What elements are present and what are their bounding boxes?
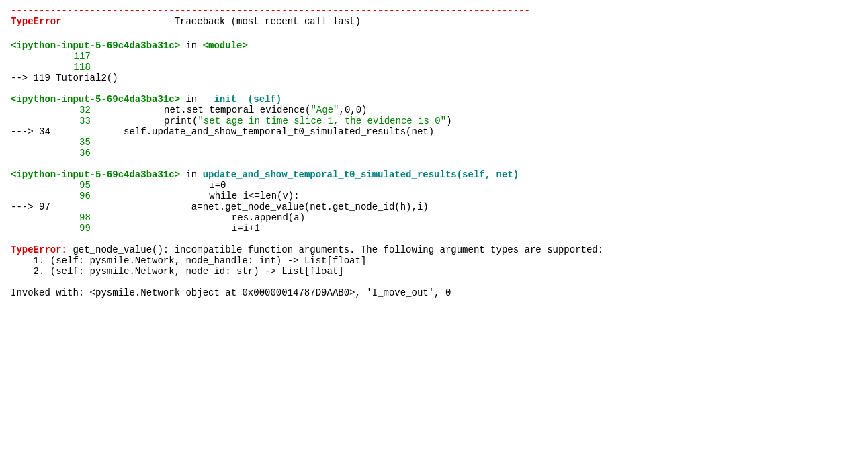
frame3-line99: 99 [11,223,91,234]
frame3-line98: 98 [11,212,91,223]
frame1-in: in [180,40,203,51]
frame3-in: in [180,169,203,180]
error-message-label: TypeError: [11,244,67,255]
frame2-line33: 33 [11,116,91,126]
frame3-line96: 96 [11,191,91,201]
frame1-location: <module> [203,40,248,51]
frame3-arrow97: ---> [11,201,39,212]
frame2-line35: 35 [11,137,91,148]
header-line: TypeError Traceback (most recent call la… [11,16,857,27]
frame2-file: <ipython-input-5-69c4da3ba31c> [11,94,180,105]
traceback-container: ----------------------------------------… [11,5,857,309]
frame2-line32: 32 [11,105,91,116]
frame2-arrow34: ---> [11,126,39,137]
frame2-in: in [180,94,203,105]
traceback-header-text: Traceback (most recent call last) [175,16,361,27]
error-type-label: TypeError [11,16,62,27]
frame1-arrow119: --> [11,73,34,83]
frame2-line36: 36 [11,148,91,158]
frame3-file: <ipython-input-5-69c4da3ba31c> [11,169,180,180]
frame3-line95: 95 [11,180,91,191]
error-list-item-2: 2. (self: pysmile.Network, node_id: str)… [34,266,344,277]
error-list-item-1: 1. (self: pysmile.Network, node_handle: … [34,255,367,266]
frame3-line97: 97 [39,201,50,212]
frame1-line118: 118 [11,62,91,73]
invoked-line: Invoked with: <pysmile.Network object at… [11,287,451,298]
frame2-line34: 34 [39,126,50,137]
frame2-location: __init__(self) [203,94,282,105]
separator: ----------------------------------------… [11,5,530,16]
frame1-file: <ipython-input-5-69c4da3ba31c> [11,40,180,51]
frame1-line117: 117 [11,51,91,62]
error-message-text: get_node_value(): incompatible function … [67,244,603,255]
frame1-line119: 119 Tutorial2() [34,73,118,83]
frame3-location: update_and_show_temporal_t0_simulated_re… [203,169,519,180]
